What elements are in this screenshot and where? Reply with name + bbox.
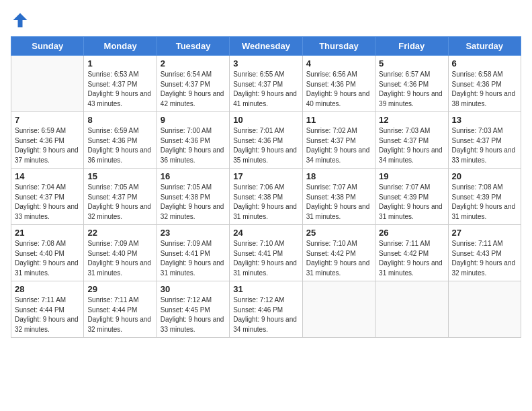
calendar-cell: 20Sunrise: 7:08 AMSunset: 4:39 PMDayligh… (448, 169, 521, 225)
day-number: 15 (87, 171, 152, 181)
calendar-cell: 5Sunrise: 6:57 AMSunset: 4:36 PMDaylight… (375, 56, 448, 112)
calendar-cell: 25Sunrise: 7:10 AMSunset: 4:42 PMDayligh… (302, 225, 375, 281)
svg-marker-0 (13, 13, 28, 28)
calendar-cell: 12Sunrise: 7:03 AMSunset: 4:37 PMDayligh… (375, 112, 448, 169)
calendar-cell: 21Sunrise: 7:08 AMSunset: 4:40 PMDayligh… (11, 225, 84, 281)
calendar-cell: 10Sunrise: 7:01 AMSunset: 4:36 PMDayligh… (230, 112, 302, 169)
cell-info: Sunrise: 6:59 AMSunset: 4:36 PMDaylight:… (15, 126, 80, 165)
cell-info: Sunrise: 7:10 AMSunset: 4:41 PMDaylight:… (233, 239, 298, 278)
calendar-cell (448, 281, 521, 338)
cell-info: Sunrise: 7:07 AMSunset: 4:39 PMDaylight:… (379, 183, 444, 222)
day-number: 12 (379, 115, 444, 125)
calendar-cell: 3Sunrise: 6:55 AMSunset: 4:37 PMDaylight… (230, 56, 302, 112)
calendar-cell: 1Sunrise: 6:53 AMSunset: 4:37 PMDaylight… (84, 56, 157, 112)
weekday-header: Wednesday (230, 37, 302, 56)
calendar-cell: 13Sunrise: 7:03 AMSunset: 4:37 PMDayligh… (448, 112, 521, 169)
calendar-cell: 6Sunrise: 6:58 AMSunset: 4:36 PMDaylight… (448, 56, 521, 112)
calendar-cell: 2Sunrise: 6:54 AMSunset: 4:37 PMDaylight… (157, 56, 229, 112)
calendar-body: 1Sunrise: 6:53 AMSunset: 4:37 PMDaylight… (11, 56, 521, 338)
calendar-cell: 23Sunrise: 7:09 AMSunset: 4:41 PMDayligh… (157, 225, 229, 281)
calendar-week-row: 28Sunrise: 7:11 AMSunset: 4:44 PMDayligh… (11, 281, 521, 338)
calendar-week-row: 21Sunrise: 7:08 AMSunset: 4:40 PMDayligh… (11, 225, 521, 281)
day-number: 5 (379, 58, 444, 68)
calendar-table: SundayMondayTuesdayWednesdayThursdayFrid… (11, 36, 521, 338)
cell-info: Sunrise: 7:03 AMSunset: 4:37 PMDaylight:… (379, 126, 444, 165)
day-number: 25 (306, 228, 371, 238)
day-number: 14 (15, 171, 80, 181)
calendar-cell: 9Sunrise: 7:00 AMSunset: 4:36 PMDaylight… (157, 112, 229, 169)
calendar-cell: 17Sunrise: 7:06 AMSunset: 4:38 PMDayligh… (230, 169, 302, 225)
day-number: 27 (452, 228, 517, 238)
day-number: 31 (233, 284, 298, 294)
weekday-header: Tuesday (157, 37, 229, 56)
calendar-cell: 27Sunrise: 7:11 AMSunset: 4:43 PMDayligh… (448, 225, 521, 281)
calendar-cell: 31Sunrise: 7:12 AMSunset: 4:46 PMDayligh… (230, 281, 302, 338)
day-number: 20 (452, 171, 517, 181)
day-number: 4 (306, 58, 371, 68)
cell-info: Sunrise: 7:10 AMSunset: 4:42 PMDaylight:… (306, 239, 371, 278)
calendar-cell (375, 281, 448, 338)
day-number: 21 (15, 228, 80, 238)
calendar-cell: 19Sunrise: 7:07 AMSunset: 4:39 PMDayligh… (375, 169, 448, 225)
cell-info: Sunrise: 7:06 AMSunset: 4:38 PMDaylight:… (233, 183, 298, 222)
cell-info: Sunrise: 7:08 AMSunset: 4:40 PMDaylight:… (15, 239, 80, 278)
day-number: 17 (233, 171, 298, 181)
cell-info: Sunrise: 7:04 AMSunset: 4:37 PMDaylight:… (15, 183, 80, 222)
cell-info: Sunrise: 7:02 AMSunset: 4:37 PMDaylight:… (306, 126, 371, 165)
day-number: 13 (452, 115, 517, 125)
cell-info: Sunrise: 7:11 AMSunset: 4:44 PMDaylight:… (87, 295, 152, 334)
weekday-header: Saturday (448, 37, 521, 56)
day-number: 11 (306, 115, 371, 125)
day-number: 19 (379, 171, 444, 181)
cell-info: Sunrise: 6:53 AMSunset: 4:37 PMDaylight:… (87, 70, 152, 109)
calendar-cell: 4Sunrise: 6:56 AMSunset: 4:36 PMDaylight… (302, 56, 375, 112)
calendar-week-row: 7Sunrise: 6:59 AMSunset: 4:36 PMDaylight… (11, 112, 521, 169)
weekday-header: Monday (84, 37, 157, 56)
calendar-cell (302, 281, 375, 338)
cell-info: Sunrise: 6:54 AMSunset: 4:37 PMDaylight:… (161, 70, 226, 109)
cell-info: Sunrise: 7:00 AMSunset: 4:36 PMDaylight:… (161, 126, 226, 165)
cell-info: Sunrise: 7:08 AMSunset: 4:39 PMDaylight:… (452, 183, 517, 222)
calendar-header: SundayMondayTuesdayWednesdayThursdayFrid… (11, 37, 521, 56)
calendar-cell: 11Sunrise: 7:02 AMSunset: 4:37 PMDayligh… (302, 112, 375, 169)
cell-info: Sunrise: 7:09 AMSunset: 4:41 PMDaylight:… (161, 239, 226, 278)
cell-info: Sunrise: 7:03 AMSunset: 4:37 PMDaylight:… (452, 126, 517, 165)
page-header (11, 11, 521, 30)
day-number: 6 (452, 58, 517, 68)
weekday-header: Friday (375, 37, 448, 56)
logo-icon (11, 11, 30, 30)
cell-info: Sunrise: 6:57 AMSunset: 4:36 PMDaylight:… (379, 70, 444, 109)
day-number: 9 (161, 115, 226, 125)
weekday-row: SundayMondayTuesdayWednesdayThursdayFrid… (11, 37, 521, 56)
cell-info: Sunrise: 6:56 AMSunset: 4:36 PMDaylight:… (306, 70, 371, 109)
day-number: 24 (233, 228, 298, 238)
cell-info: Sunrise: 7:12 AMSunset: 4:46 PMDaylight:… (233, 295, 298, 334)
cell-info: Sunrise: 6:59 AMSunset: 4:36 PMDaylight:… (87, 126, 152, 165)
calendar-cell: 30Sunrise: 7:12 AMSunset: 4:45 PMDayligh… (157, 281, 229, 338)
weekday-header: Thursday (302, 37, 375, 56)
day-number: 3 (233, 58, 298, 68)
calendar-cell: 14Sunrise: 7:04 AMSunset: 4:37 PMDayligh… (11, 169, 84, 225)
day-number: 2 (161, 58, 226, 68)
calendar-cell: 16Sunrise: 7:05 AMSunset: 4:38 PMDayligh… (157, 169, 229, 225)
calendar-cell: 26Sunrise: 7:11 AMSunset: 4:42 PMDayligh… (375, 225, 448, 281)
day-number: 22 (87, 228, 152, 238)
cell-info: Sunrise: 6:58 AMSunset: 4:36 PMDaylight:… (452, 70, 517, 109)
calendar-cell: 22Sunrise: 7:09 AMSunset: 4:40 PMDayligh… (84, 225, 157, 281)
day-number: 30 (161, 284, 226, 294)
day-number: 10 (233, 115, 298, 125)
calendar-cell: 28Sunrise: 7:11 AMSunset: 4:44 PMDayligh… (11, 281, 84, 338)
day-number: 23 (161, 228, 226, 238)
calendar-cell: 18Sunrise: 7:07 AMSunset: 4:38 PMDayligh… (302, 169, 375, 225)
cell-info: Sunrise: 7:01 AMSunset: 4:36 PMDaylight:… (233, 126, 298, 165)
cell-info: Sunrise: 7:11 AMSunset: 4:44 PMDaylight:… (15, 295, 80, 334)
day-number: 16 (161, 171, 226, 181)
cell-info: Sunrise: 7:09 AMSunset: 4:40 PMDaylight:… (87, 239, 152, 278)
weekday-header: Sunday (11, 37, 84, 56)
day-number: 26 (379, 228, 444, 238)
cell-info: Sunrise: 7:05 AMSunset: 4:37 PMDaylight:… (87, 183, 152, 222)
calendar-week-row: 1Sunrise: 6:53 AMSunset: 4:37 PMDaylight… (11, 56, 521, 112)
day-number: 1 (87, 58, 152, 68)
cell-info: Sunrise: 7:11 AMSunset: 4:42 PMDaylight:… (379, 239, 444, 278)
calendar-cell: 8Sunrise: 6:59 AMSunset: 4:36 PMDaylight… (84, 112, 157, 169)
